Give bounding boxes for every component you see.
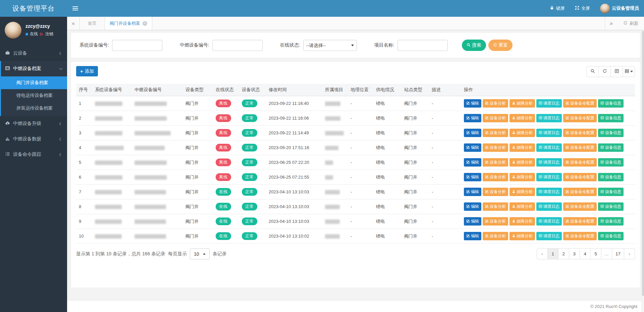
fault-analysis-button[interactable]: 故障分析 (509, 173, 535, 181)
edit-button[interactable]: 编辑 (464, 129, 481, 137)
online-status-select[interactable]: --请选择-- (303, 40, 357, 51)
device-info-button[interactable]: 设备信息 (598, 129, 624, 137)
edit-button[interactable]: 编辑 (464, 114, 481, 122)
tabs-scroll-left-button[interactable]: « (67, 17, 80, 30)
device-info-button[interactable]: 设备信息 (598, 232, 624, 240)
fault-analysis-button[interactable]: 故障分析 (509, 143, 535, 152)
device-info-button[interactable]: 设备信息 (598, 217, 624, 226)
device-command-config-button[interactable]: 设备命令配置 (563, 173, 597, 181)
fault-analysis-button[interactable]: 故障分析 (509, 202, 535, 211)
device-analysis-button[interactable]: 设备分析 (483, 99, 508, 108)
edit-button[interactable]: 编辑 (464, 188, 481, 196)
dispatch-log-button[interactable]: 调度日志 (536, 99, 562, 108)
dispatch-log-button[interactable]: 调度日志 (536, 129, 562, 137)
sidebar-item-device-archives[interactable]: 中燃设备档案 (1, 61, 67, 76)
device-info-button[interactable]: 设备信息 (598, 158, 624, 167)
device-analysis-button[interactable]: 设备分析 (483, 217, 508, 226)
device-command-config-button[interactable]: 设备命令配置 (563, 202, 597, 211)
sidebar-item-device-data[interactable]: 中燃设备数据 (0, 131, 67, 147)
tabs-scroll-right-button[interactable]: » (605, 17, 618, 30)
table-search-toggle-button[interactable] (586, 66, 599, 77)
device-info-button[interactable]: 设备信息 (598, 188, 624, 196)
dispatch-log-button[interactable]: 调度日志 (536, 143, 562, 152)
page-button-5[interactable]: 5 (590, 248, 601, 259)
page-button-2[interactable]: 2 (558, 248, 569, 259)
table-detail-view-button[interactable] (610, 66, 623, 77)
fault-analysis-button[interactable]: 故障分析 (509, 232, 535, 240)
device-analysis-button[interactable]: 设备分析 (483, 129, 508, 137)
device-analysis-button[interactable]: 设备分析 (483, 173, 508, 181)
fullscreen-button[interactable]: 全屏 (570, 0, 595, 17)
fault-analysis-button[interactable]: 故障分析 (509, 114, 535, 122)
sidebar-item-command-tracking[interactable]: 设备命令跟踪 (0, 147, 67, 162)
prev-page-button[interactable]: ‹ (537, 248, 548, 259)
dispatch-log-button[interactable]: 调度日志 (536, 202, 562, 211)
sidebar-item-device-upgrade[interactable]: 中燃设备升级 (0, 116, 67, 131)
fault-analysis-button[interactable]: 故障分析 (509, 129, 535, 137)
page-button-17[interactable]: 17 (612, 248, 624, 259)
device-analysis-button[interactable]: 设备分析 (483, 188, 508, 196)
dispatch-log-button[interactable]: 调度日志 (536, 232, 562, 240)
dispatch-log-button[interactable]: 调度日志 (536, 158, 562, 167)
next-page-button[interactable]: › (624, 248, 635, 259)
tab-valve-well-archive[interactable]: 阀门井设备档案 × (105, 17, 152, 30)
page-button-4[interactable]: 4 (580, 248, 591, 259)
device-analysis-button[interactable]: 设备分析 (483, 143, 508, 152)
device-analysis-button[interactable]: 设备分析 (483, 158, 508, 167)
user-menu-button[interactable]: 云设备管理员 (595, 0, 644, 17)
dispatch-log-button[interactable]: 调度日志 (536, 188, 562, 196)
page-button-1[interactable]: 1 (547, 248, 558, 259)
fault-analysis-button[interactable]: 故障分析 (509, 188, 535, 196)
device-analysis-button[interactable]: 设备分析 (483, 232, 508, 240)
system-device-no-input[interactable] (112, 40, 162, 51)
device-command-config-button[interactable]: 设备命令配置 (563, 129, 597, 137)
device-command-config-button[interactable]: 设备命令配置 (563, 188, 597, 196)
sidebar-subitem-assembled-remote-archive[interactable]: 拼装远传设备档案 (1, 102, 67, 115)
sidebar-subitem-lithium-remote-archive[interactable]: 锂电远传设备档案 (1, 89, 67, 102)
tab-home[interactable]: 首页 (80, 17, 105, 30)
device-info-button[interactable]: 设备信息 (598, 143, 624, 152)
search-button[interactable]: 搜索 (462, 40, 486, 51)
device-info-button[interactable]: 设备信息 (598, 173, 624, 181)
edit-button[interactable]: 编辑 (464, 217, 481, 226)
sidebar-toggle-button[interactable] (67, 0, 83, 17)
device-analysis-button[interactable]: 设备分析 (483, 114, 508, 122)
reset-button[interactable]: 重置 (488, 40, 513, 51)
project-name-input[interactable] (397, 40, 448, 51)
sidebar-subitem-valve-well-archive[interactable]: 阀门井设备档案 (1, 76, 67, 89)
edit-button[interactable]: 编辑 (464, 158, 481, 167)
gas-device-no-input[interactable] (212, 40, 263, 51)
edit-button[interactable]: 编辑 (464, 99, 481, 108)
device-analysis-button[interactable]: 设备分析 (483, 202, 508, 211)
fault-analysis-button[interactable]: 故障分析 (509, 217, 535, 226)
device-info-button[interactable]: 设备信息 (598, 202, 624, 211)
page-button-3[interactable]: 3 (569, 248, 580, 259)
device-info-button[interactable]: 设备信息 (598, 114, 624, 122)
page-scrollbar[interactable] (641, 30, 644, 312)
edit-button[interactable]: 编辑 (464, 202, 481, 211)
dispatch-log-button[interactable]: 调度日志 (536, 217, 562, 226)
page-size-select[interactable]: 10 (190, 248, 210, 259)
device-command-config-button[interactable]: 设备命令配置 (563, 232, 597, 240)
table-columns-button[interactable] (623, 66, 635, 77)
device-command-config-button[interactable]: 设备命令配置 (563, 217, 597, 226)
device-command-config-button[interactable]: 设备命令配置 (563, 143, 597, 152)
tab-close-icon[interactable]: × (143, 21, 147, 26)
scrollbar-thumb[interactable] (642, 31, 644, 296)
tab-refresh-button[interactable]: 刷新 (618, 17, 644, 30)
logout-link[interactable]: 注销 (45, 31, 53, 37)
fault-analysis-button[interactable]: 故障分析 (509, 158, 535, 167)
add-button[interactable]: + 添加 (76, 66, 98, 76)
device-command-config-button[interactable]: 设备命令配置 (563, 114, 597, 122)
fault-analysis-button[interactable]: 故障分析 (509, 99, 535, 108)
edit-button[interactable]: 编辑 (464, 143, 481, 152)
edit-button[interactable]: 编辑 (464, 232, 481, 240)
edit-button[interactable]: 编辑 (464, 173, 481, 181)
dispatch-log-button[interactable]: 调度日志 (536, 114, 562, 122)
sidebar-item-cloud-device[interactable]: 云设备 (0, 46, 67, 61)
device-command-config-button[interactable]: 设备命令配置 (563, 158, 597, 167)
device-command-config-button[interactable]: 设备命令配置 (563, 99, 597, 108)
table-refresh-button[interactable] (598, 66, 611, 77)
app-logo[interactable]: 设备管理平台 (0, 0, 67, 17)
device-info-button[interactable]: 设备信息 (598, 99, 624, 108)
